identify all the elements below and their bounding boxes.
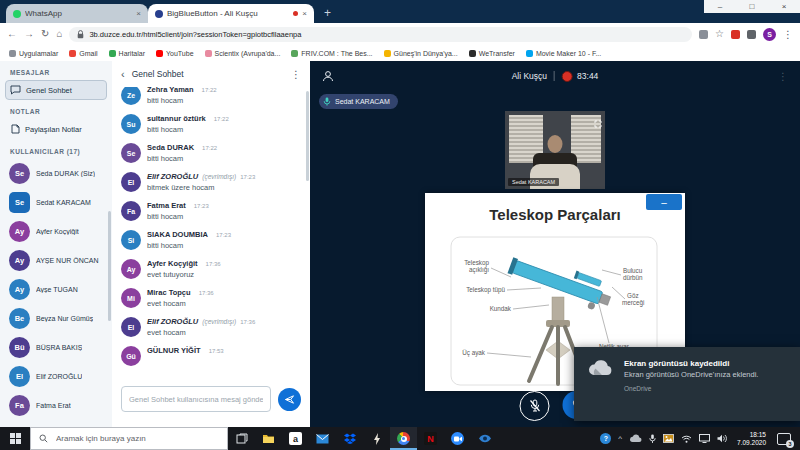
onedrive-notification-toast[interactable]: Ekran görüntüsü kaydedildi Ekran görüntü… bbox=[574, 347, 800, 421]
bookmark-item[interactable]: Gmail bbox=[69, 50, 97, 57]
help-icon[interactable]: ? bbox=[600, 433, 611, 444]
minimize-presentation-button[interactable]: – bbox=[646, 194, 682, 210]
tray-microphone-icon[interactable] bbox=[649, 434, 656, 444]
chat-message: Su sultannur öztürk 17:22 bitti hocam bbox=[121, 114, 300, 134]
taskbar-search-box[interactable] bbox=[30, 427, 228, 450]
recording-indicator[interactable]: 83:44 bbox=[562, 71, 598, 82]
taskbar-app-lightning[interactable] bbox=[363, 427, 390, 450]
start-button[interactable] bbox=[0, 427, 30, 450]
tray-volume-icon[interactable] bbox=[717, 434, 727, 443]
message-author: Fatma Erat bbox=[147, 201, 186, 210]
meeting-main-area: Ali Kuşçu 83:44 ⋮ Sedat KARACAM bbox=[310, 61, 800, 427]
url-bar[interactable]: 3b.duzce.edu.tr/html5client/join?session… bbox=[69, 27, 692, 42]
sidebar: MESAJLAR Genel Sohbet NOTLAR Paylaşılan … bbox=[0, 61, 112, 427]
chat-menu-icon[interactable]: ⋮ bbox=[291, 69, 301, 80]
chat-message-list[interactable]: Ay bitti hocam bbox=[112, 87, 310, 379]
lock-icon bbox=[77, 30, 84, 39]
user-list-item[interactable]: Ay Ayfer Koçyiğit bbox=[0, 217, 112, 246]
taskbar-app-chrome[interactable] bbox=[390, 427, 417, 450]
media-extension-icon[interactable] bbox=[699, 30, 708, 39]
manage-users-icon[interactable] bbox=[322, 70, 334, 82]
user-list-item[interactable]: Ay AYŞE NUR ÖNCAN bbox=[0, 246, 112, 275]
minimize-button[interactable]: – bbox=[718, 2, 722, 11]
active-talker-pill[interactable]: Sedat KARACAM bbox=[319, 94, 398, 109]
message-avatar: Gü bbox=[121, 346, 141, 366]
close-button[interactable]: × bbox=[782, 2, 787, 11]
maximize-button[interactable]: □ bbox=[749, 2, 754, 11]
message-time: 17:36 bbox=[199, 290, 214, 296]
user-list-item[interactable]: Ay Ayşe TUGAN bbox=[0, 275, 112, 304]
fullscreen-icon[interactable] bbox=[594, 114, 602, 132]
reload-icon[interactable]: ↻ bbox=[41, 29, 49, 39]
taskbar-app-netflix[interactable]: N bbox=[417, 427, 444, 450]
taskbar-app-amazon[interactable]: a bbox=[282, 427, 309, 450]
tray-chevron-up-icon[interactable]: ^ bbox=[618, 435, 622, 443]
chat-message-input[interactable] bbox=[121, 386, 271, 412]
sidebar-item-shared-notes[interactable]: Paylaşılan Notlar bbox=[5, 119, 107, 140]
user-list-item[interactable]: Se Sedat KARACAM bbox=[0, 188, 112, 217]
eye-app-icon bbox=[478, 434, 492, 443]
taskbar-app-eye[interactable] bbox=[471, 427, 498, 450]
bookmark-item[interactable]: Movie Maker 10 - F... bbox=[526, 50, 601, 57]
chat-message: El Elif ZOROĞLU (çevrimdışı) 17:23 bitme… bbox=[121, 172, 300, 192]
new-tab-button[interactable]: + bbox=[324, 6, 331, 20]
message-time: 17:23 bbox=[240, 174, 255, 180]
taskbar-app-zoom[interactable] bbox=[444, 427, 471, 450]
sidebar-scrollbar[interactable] bbox=[108, 211, 111, 321]
label-goz-2: merceği bbox=[622, 299, 644, 307]
sidebar-item-public-chat[interactable]: Genel Sohbet bbox=[5, 80, 107, 100]
webcam-video[interactable]: Sedat KARACAM bbox=[505, 111, 605, 189]
user-name: AYŞE NUR ÖNCAN bbox=[36, 257, 99, 264]
user-list-item[interactable]: Se Seda DURAK (Siz) bbox=[0, 159, 112, 188]
action-center-button[interactable]: 3 bbox=[777, 433, 791, 445]
taskbar-app-mail[interactable] bbox=[309, 427, 336, 450]
tray-wifi-icon[interactable] bbox=[681, 435, 692, 443]
unmute-microphone-button[interactable] bbox=[520, 391, 550, 421]
taskbar-app-task-view[interactable] bbox=[228, 427, 255, 450]
bookmark-star-icon[interactable]: ☆ bbox=[715, 29, 724, 39]
bookmark-item[interactable]: Güneş'in Dünya'ya... bbox=[384, 50, 458, 57]
extension-icon[interactable] bbox=[731, 30, 740, 39]
user-list-item[interactable]: Be Beyza Nur Gümüş bbox=[0, 304, 112, 333]
taskbar-search-input[interactable] bbox=[54, 433, 208, 444]
home-icon[interactable]: ⌂ bbox=[56, 29, 62, 39]
message-avatar: Ze bbox=[121, 87, 141, 105]
chat-back-icon[interactable]: ‹ bbox=[121, 68, 125, 80]
tab-close-icon[interactable]: × bbox=[136, 9, 141, 18]
message-author: Ayfer Koçyiğit bbox=[147, 259, 198, 268]
extensions-puzzle-icon[interactable] bbox=[747, 30, 756, 39]
chat-message: Se Seda DURAK 17:22 bitti hocam bbox=[121, 143, 300, 163]
notification-app-name: OneDrive bbox=[624, 385, 758, 392]
user-name: Elif ZOROĞLU bbox=[36, 373, 82, 380]
bookmark-item[interactable]: Haritalar bbox=[109, 50, 145, 57]
bookmark-item[interactable]: WeTransfer bbox=[469, 50, 515, 57]
user-name: Fatma Erat bbox=[36, 402, 71, 409]
tray-onedrive-icon[interactable] bbox=[629, 434, 642, 443]
bookmark-item[interactable]: Uygulamalar bbox=[9, 50, 58, 57]
taskbar-app-file-explorer[interactable] bbox=[255, 427, 282, 450]
chat-scrollbar[interactable] bbox=[306, 91, 309, 181]
bookmark-item[interactable]: YouTube bbox=[156, 50, 194, 57]
profile-avatar[interactable]: S bbox=[763, 28, 776, 41]
message-time: 17:22 bbox=[202, 145, 217, 151]
user-list-item[interactable]: Bü BÜŞRA BAKIŞ bbox=[0, 333, 112, 362]
tray-display-icon[interactable] bbox=[699, 434, 710, 443]
taskbar-app-dropbox[interactable] bbox=[336, 427, 363, 450]
user-list-item[interactable]: El Elif ZOROĞLU bbox=[0, 362, 112, 391]
meeting-options-menu-icon[interactable]: ⋮ bbox=[778, 71, 788, 82]
bookmark-item[interactable]: Scientix (Avrupa'da... bbox=[205, 50, 281, 57]
bookmark-item[interactable]: FRIV.COM : The Bes... bbox=[291, 50, 372, 57]
message-author: SIAKA DOUMBIA bbox=[147, 230, 208, 239]
tab-whatsapp[interactable]: WhatsApp × bbox=[6, 4, 148, 23]
label-bulucu-1: Bulucu bbox=[623, 267, 643, 274]
tray-photos-icon[interactable] bbox=[663, 434, 674, 443]
tab-bigbluebutton[interactable]: BigBlueButton - Ali Kuşçu × bbox=[148, 4, 314, 23]
taskbar-clock[interactable]: 18:15 7.09.2020 bbox=[737, 431, 766, 447]
back-icon[interactable]: ← bbox=[7, 29, 17, 39]
user-list-item[interactable]: Fa Fatma Erat bbox=[0, 391, 112, 420]
forward-icon[interactable]: → bbox=[24, 29, 34, 39]
send-message-button[interactable] bbox=[278, 388, 301, 411]
notes-section-header: NOTLAR bbox=[10, 108, 112, 115]
tab-close-icon[interactable]: × bbox=[302, 9, 307, 18]
browser-menu-icon[interactable]: ⋮ bbox=[783, 29, 793, 40]
